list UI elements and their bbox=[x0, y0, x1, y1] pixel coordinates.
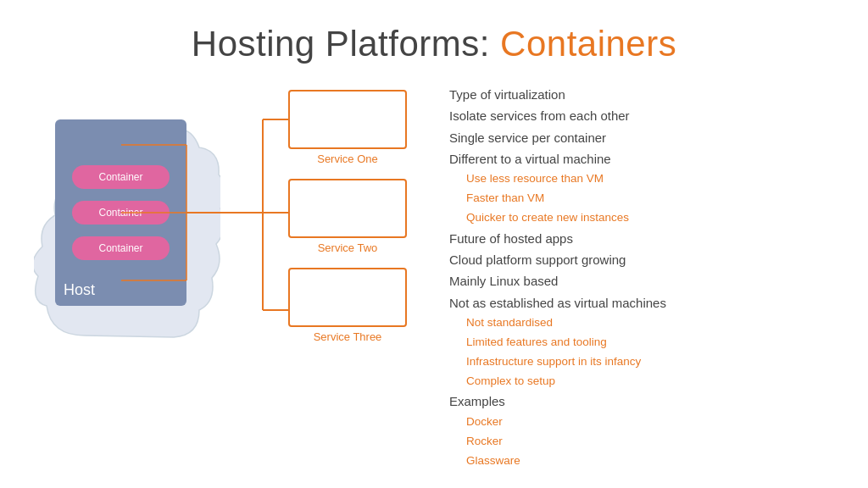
content-area: Container Container Container Host Servi… bbox=[0, 81, 868, 471]
info-sub-item: Faster than VM bbox=[449, 190, 843, 208]
info-area: Type of virtualizationIsolate services f… bbox=[449, 81, 843, 471]
service-one-wrapper: Service One bbox=[288, 90, 407, 165]
info-main-item: Cloud platform support growing bbox=[449, 250, 843, 269]
info-sub-text: Rocker bbox=[449, 435, 503, 447]
container-pill-1: Container bbox=[72, 165, 170, 189]
info-sub-item: Limited features and tooling bbox=[449, 334, 843, 352]
page-title: Hosting Platforms: Containers bbox=[0, 24, 868, 64]
service-three-wrapper: Service Three bbox=[288, 268, 407, 343]
info-main-item: Future of hosted apps bbox=[449, 229, 843, 248]
container-pill-2: Container bbox=[72, 201, 170, 225]
info-sub-item: Glassware bbox=[449, 452, 843, 470]
info-sub-item: Use less resource than VM bbox=[449, 170, 843, 188]
info-sub-text: Not standardised bbox=[449, 316, 553, 329]
info-main-item: Type of virtualization bbox=[449, 85, 843, 104]
diagram-area: Container Container Container Host Servi… bbox=[25, 81, 415, 437]
info-sub-text: Glassware bbox=[449, 454, 520, 467]
info-main-text: Single service per container bbox=[449, 130, 606, 145]
info-main-item: Different to a virtual machine bbox=[449, 149, 843, 169]
host-box: Container Container Container Host bbox=[55, 119, 186, 306]
services-column: Service One Service Two Service Three bbox=[288, 90, 407, 343]
title-highlight: Containers bbox=[500, 24, 676, 64]
service-one-label: Service One bbox=[317, 152, 378, 165]
info-sub-item: Rocker bbox=[449, 433, 843, 451]
info-sub-text: Quicker to create new instances bbox=[449, 211, 629, 224]
info-main-text: Future of hosted apps bbox=[449, 231, 573, 246]
info-main-text: Not as established as virtual machines bbox=[449, 296, 666, 310]
info-main-text: Examples bbox=[449, 394, 505, 408]
info-sub-text: Use less resource than VM bbox=[449, 172, 604, 185]
service-two-label: Service Two bbox=[318, 241, 378, 254]
info-main-text: Mainly Linux based bbox=[449, 274, 558, 288]
info-sub-text: Docker bbox=[449, 415, 503, 428]
info-sub-text: Complex to setup bbox=[449, 374, 555, 387]
service-one-box bbox=[288, 90, 407, 149]
info-sub-item: Complex to setup bbox=[449, 373, 843, 391]
info-main-text: Type of virtualization bbox=[449, 87, 565, 102]
host-label: Host bbox=[64, 281, 95, 299]
info-sub-text: Faster than VM bbox=[449, 191, 544, 204]
info-sub-item: Not standardised bbox=[449, 314, 843, 332]
service-three-box bbox=[288, 268, 407, 327]
info-sub-item: Quicker to create new instances bbox=[449, 209, 843, 227]
info-main-text: Cloud platform support growing bbox=[449, 252, 626, 267]
info-main-item: Single service per container bbox=[449, 128, 843, 147]
service-two-box bbox=[288, 179, 407, 238]
info-sub-text: Infrastructure support in its infancy bbox=[449, 355, 641, 368]
container-pill-3: Container bbox=[72, 236, 170, 260]
info-main-item: Mainly Linux based bbox=[449, 271, 843, 291]
info-main-item: Not as established as virtual machines bbox=[449, 293, 843, 313]
info-sub-text: Limited features and tooling bbox=[449, 336, 607, 348]
info-main-item: Examples bbox=[449, 391, 843, 411]
info-main-text: Different to a virtual machine bbox=[449, 152, 611, 166]
service-three-label: Service Three bbox=[314, 330, 382, 343]
info-main-item: Isolate services from each other bbox=[449, 106, 843, 125]
title-plain: Hosting Platforms: bbox=[192, 24, 500, 64]
info-main-text: Isolate services from each other bbox=[449, 108, 630, 123]
info-sub-item: Docker bbox=[449, 413, 843, 431]
info-sub-item: Infrastructure support in its infancy bbox=[449, 353, 843, 371]
title-area: Hosting Platforms: Containers bbox=[0, 0, 868, 64]
service-two-wrapper: Service Two bbox=[288, 179, 407, 254]
